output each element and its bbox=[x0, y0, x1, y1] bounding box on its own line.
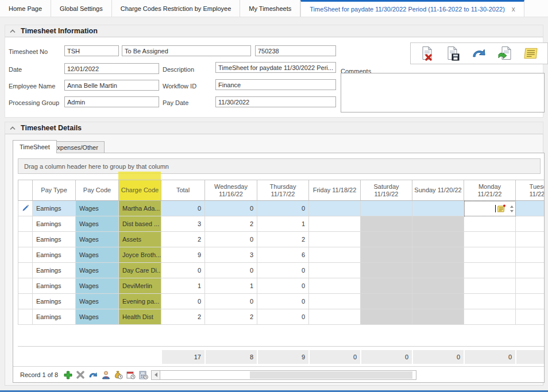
column-header-paytype[interactable]: Pay Type bbox=[33, 180, 76, 201]
cell-paycode[interactable]: Wages bbox=[76, 263, 119, 278]
cell-fri[interactable] bbox=[309, 216, 361, 232]
column-header-sun[interactable]: Sunday 11/20/22 bbox=[412, 180, 464, 201]
cell-tue[interactable] bbox=[516, 216, 545, 232]
cell-thu[interactable]: 0 bbox=[257, 309, 309, 325]
cell-wed[interactable]: 0 bbox=[205, 263, 257, 278]
cell-thu[interactable]: 0 bbox=[257, 278, 309, 294]
spin-down-icon[interactable] bbox=[510, 210, 514, 212]
cell-chargecode[interactable]: Joyce Broth... bbox=[119, 247, 161, 263]
tab-my-timesheets[interactable]: My Timesheets bbox=[240, 0, 300, 17]
scrollbar-track[interactable] bbox=[160, 370, 416, 380]
cell-mon[interactable] bbox=[464, 247, 516, 263]
cell-total[interactable]: 0 bbox=[161, 263, 205, 278]
cell-total[interactable]: 1 bbox=[161, 278, 205, 294]
cell-paytype[interactable]: Earnings bbox=[33, 263, 76, 278]
details-tab-timesheet[interactable]: TimeSheet bbox=[13, 140, 57, 153]
timesheet-status-field[interactable] bbox=[122, 45, 251, 56]
cell-sat[interactable] bbox=[361, 294, 412, 309]
column-header-sat[interactable]: Saturday11/19/22 bbox=[361, 180, 412, 201]
column-header-tue[interactable]: Tuesday11/22/22 bbox=[516, 180, 545, 201]
cell-total[interactable]: 2 bbox=[161, 309, 205, 325]
timesheet-prefix-field[interactable] bbox=[64, 45, 119, 56]
cell-total[interactable]: 9 bbox=[161, 247, 205, 263]
timesheet-row-5[interactable]: EarningsWagesDay Care Di...000 bbox=[18, 263, 545, 278]
cell-chargecode[interactable]: DeviMerlin bbox=[119, 278, 161, 294]
timesheet-information-header[interactable]: Timesheet Information bbox=[5, 25, 543, 37]
cell-paytype[interactable]: Earnings bbox=[33, 294, 76, 309]
cell-thu[interactable]: 0 bbox=[257, 263, 309, 278]
cell-mon[interactable] bbox=[464, 278, 516, 294]
cell-fri[interactable] bbox=[309, 263, 361, 278]
cell-sun[interactable] bbox=[412, 309, 464, 325]
cell-mon[interactable] bbox=[464, 232, 516, 247]
cell-paytype[interactable]: Earnings bbox=[33, 232, 76, 247]
cell-sat[interactable] bbox=[361, 263, 412, 278]
timesheet-row-1[interactable]: EarningsWagesMartha Ada...000 bbox=[18, 201, 545, 216]
cell-thu[interactable]: 1 bbox=[257, 216, 309, 232]
cell-fri[interactable] bbox=[309, 247, 361, 263]
cell-tue[interactable] bbox=[516, 201, 545, 216]
cell-paycode[interactable]: Wages bbox=[76, 232, 119, 247]
cell-paytype[interactable]: Earnings bbox=[33, 201, 76, 216]
undo-icon[interactable] bbox=[88, 370, 98, 380]
employee-name-field[interactable] bbox=[64, 80, 159, 91]
cell-sun[interactable] bbox=[412, 263, 464, 278]
cell-spinner[interactable] bbox=[508, 205, 515, 212]
timesheet-row-4[interactable]: EarningsWagesJoyce Broth...936 bbox=[18, 247, 545, 263]
calculate-icon[interactable] bbox=[138, 370, 149, 380]
cell-chargecode[interactable]: Assets bbox=[119, 232, 161, 247]
cell-note-icon[interactable] bbox=[497, 204, 506, 214]
forward-document-icon[interactable] bbox=[497, 46, 513, 61]
cell-sat[interactable] bbox=[361, 247, 412, 263]
cell-mon[interactable] bbox=[464, 309, 516, 325]
cell-thu[interactable]: 0 bbox=[257, 201, 309, 216]
cell-fri[interactable] bbox=[309, 232, 361, 247]
save-document-icon[interactable] bbox=[445, 46, 461, 61]
cell-sat[interactable] bbox=[361, 232, 412, 247]
column-header-wed[interactable]: Wednesday11/16/22 bbox=[205, 180, 257, 201]
hours-cell-editor[interactable] bbox=[464, 201, 516, 216]
tab-home-page[interactable]: Home Page bbox=[0, 0, 51, 17]
timesheet-number-field[interactable] bbox=[255, 45, 336, 56]
cell-sun[interactable] bbox=[412, 294, 464, 309]
cell-sun[interactable] bbox=[412, 201, 464, 216]
collapse-chevron-icon[interactable] bbox=[10, 125, 16, 131]
cell-wed[interactable]: 3 bbox=[205, 247, 257, 263]
column-header-fri[interactable]: Friday 11/18/22 bbox=[309, 180, 361, 201]
group-by-panel[interactable]: Drag a column header here to group by th… bbox=[18, 158, 541, 174]
cell-chargecode[interactable]: Dist based ... bbox=[119, 216, 161, 232]
cell-tue[interactable] bbox=[516, 278, 545, 294]
cell-fri[interactable] bbox=[309, 294, 361, 309]
cell-wed[interactable]: 1 bbox=[205, 278, 257, 294]
tab-timesheet-for-paydate-11-30-2022-period-[interactable]: TimeSheet for paydate 11/30/2022 Period … bbox=[300, 0, 524, 17]
cell-thu[interactable]: 0 bbox=[257, 294, 309, 309]
cell-paycode[interactable]: Wages bbox=[76, 216, 119, 232]
spin-up-icon[interactable] bbox=[510, 205, 514, 208]
pay-rate-icon[interactable] bbox=[113, 370, 124, 380]
timesheet-row-7[interactable]: EarningsWagesEvening pa...000 bbox=[18, 294, 545, 309]
cell-total[interactable]: 0 bbox=[161, 201, 205, 216]
cell-tue[interactable] bbox=[516, 309, 545, 325]
cell-sun[interactable] bbox=[412, 278, 464, 294]
cell-paycode[interactable]: Wages bbox=[76, 294, 119, 309]
cell-paytype[interactable]: Earnings bbox=[33, 247, 76, 263]
collapse-chevron-icon[interactable] bbox=[10, 28, 16, 34]
scroll-left-button[interactable] bbox=[151, 370, 160, 380]
cell-fri[interactable] bbox=[309, 278, 361, 294]
column-header-chargecode[interactable]: Charge Code bbox=[119, 180, 161, 201]
cell-wed[interactable]: 0 bbox=[205, 232, 257, 247]
delete-document-icon[interactable] bbox=[419, 46, 435, 61]
cell-paycode[interactable]: Wages bbox=[76, 309, 119, 325]
cell-total[interactable]: 0 bbox=[161, 294, 205, 309]
cell-paycode[interactable]: Wages bbox=[76, 201, 119, 216]
cell-sun[interactable] bbox=[412, 247, 464, 263]
cell-chargecode[interactable]: Day Care Di... bbox=[119, 263, 161, 278]
cell-tue[interactable] bbox=[516, 263, 545, 278]
cell-paycode[interactable]: Wages bbox=[76, 278, 119, 294]
column-header-thu[interactable]: Thursday11/17/22 bbox=[257, 180, 309, 201]
cell-wed[interactable]: 2 bbox=[205, 216, 257, 232]
cell-chargecode[interactable]: Martha Ada... bbox=[119, 201, 161, 216]
scrollbar-thumb[interactable] bbox=[250, 371, 412, 379]
processing-group-field[interactable] bbox=[64, 96, 159, 107]
cell-paytype[interactable]: Earnings bbox=[33, 309, 76, 325]
